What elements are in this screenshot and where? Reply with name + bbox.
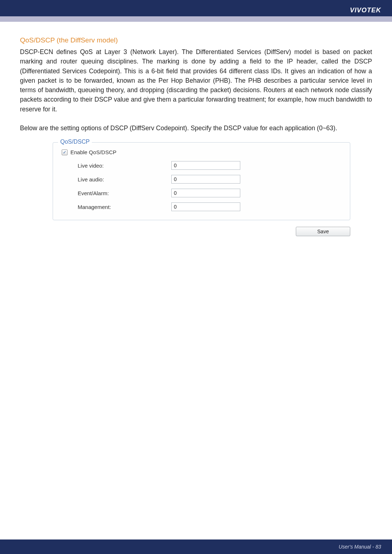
- management-label: Management:: [78, 204, 171, 210]
- live-video-row: Live video:: [78, 161, 343, 170]
- management-row: Management:: [78, 202, 343, 211]
- brand-label: VIVOTEK: [350, 7, 381, 14]
- enable-qos-row: Enable QoS/DSCP: [62, 149, 343, 155]
- fieldset-legend: QoS/DSCP: [58, 139, 92, 145]
- event-alarm-label: Event/Alarm:: [78, 190, 171, 196]
- event-alarm-row: Event/Alarm:: [78, 189, 343, 197]
- section-title: QoS/DSCP (the DiffServ model): [20, 36, 372, 44]
- header-bar: VIVOTEK: [0, 0, 392, 22]
- footer-bar: User's Manual - 83: [0, 539, 392, 554]
- live-video-input[interactable]: [171, 161, 240, 170]
- event-alarm-input[interactable]: [171, 189, 240, 197]
- enable-qos-checkbox[interactable]: [62, 149, 68, 155]
- footer-text: User's Manual - 83: [339, 544, 381, 550]
- live-audio-input[interactable]: [171, 175, 240, 184]
- save-row: Save: [53, 227, 350, 236]
- paragraph-2: Below are the setting options of DSCP (D…: [20, 123, 372, 133]
- management-input[interactable]: [171, 202, 240, 211]
- qos-dscp-fieldset: QoS/DSCP Enable QoS/DSCP Live video: Liv…: [53, 142, 350, 220]
- paragraph-1: DSCP-ECN defines QoS at Layer 3 (Network…: [20, 47, 372, 114]
- live-audio-row: Live audio:: [78, 175, 343, 184]
- save-button[interactable]: Save: [296, 227, 350, 236]
- live-audio-label: Live audio:: [78, 176, 171, 182]
- live-video-label: Live video:: [78, 163, 171, 169]
- page-content: QoS/DSCP (the DiffServ model) DSCP-ECN d…: [0, 22, 392, 236]
- enable-qos-label: Enable QoS/DSCP: [70, 149, 117, 155]
